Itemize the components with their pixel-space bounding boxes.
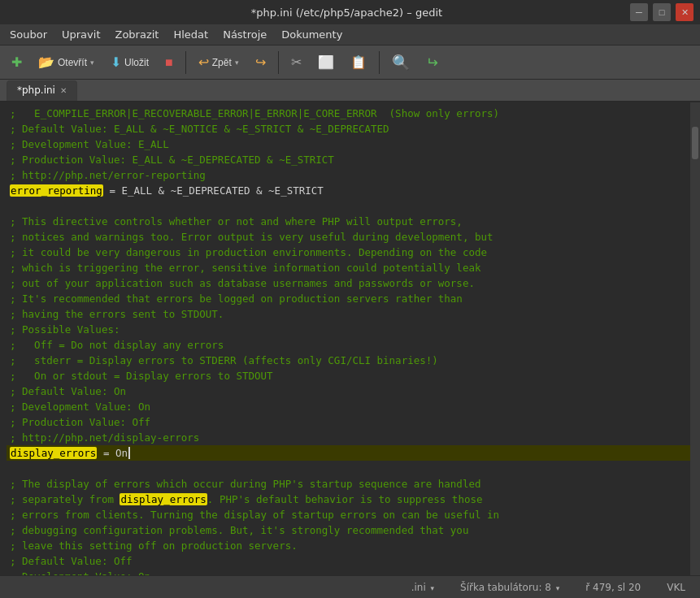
scrollbar[interactable] [690, 102, 700, 575]
line-25: ; The display of errors which occur duri… [7, 476, 690, 492]
line-11: ; which is triggering the error, sensiti… [7, 260, 690, 275]
separator-2 [278, 51, 279, 74]
undo-icon: ↩ [198, 54, 209, 70]
tab-close-icon[interactable]: ✕ [60, 86, 67, 95]
window-title: *php.ini (/etc/php5/apache2) – gedit [63, 6, 630, 19]
menu-view[interactable]: Zobrazit [108, 27, 165, 42]
cut-button[interactable]: ✂ [285, 50, 308, 76]
line-13: ; It's recommended that errors be logged… [7, 291, 690, 306]
open-icon: 📂 [38, 54, 54, 70]
close-doc-icon: ■ [165, 55, 173, 70]
tab-width-indicator[interactable]: Šířka tabulátoru: 8 ▾ [455, 582, 564, 593]
input-mode: VKL [662, 582, 690, 593]
line-1: ; E_COMPILE_ERROR|E_RECOVERABLE_ERROR|E_… [7, 106, 690, 121]
maximize-button[interactable]: □ [653, 3, 671, 21]
replace-icon: ↵ [426, 54, 438, 72]
open-button[interactable]: 📂 Otevřít ▾ [32, 50, 101, 76]
find-icon: 🔍 [392, 54, 410, 72]
menu-search[interactable]: Hledat [167, 27, 215, 42]
save-label: Uložit [124, 57, 149, 68]
redo-button[interactable]: ↪ [249, 50, 272, 76]
line-12: ; out of your application such as databa… [7, 275, 690, 291]
line-8: ; This directive controls whether or not… [7, 214, 690, 229]
line-5: ; http://php.net/error-reporting [7, 167, 690, 183]
filetype-dropdown-icon[interactable]: ▾ [431, 584, 435, 592]
menu-documents[interactable]: Dokumenty [275, 27, 349, 42]
line-24 [7, 461, 690, 476]
copy-button[interactable]: ⬜ [311, 50, 341, 76]
line-30: ; Default Value: Off [7, 553, 690, 569]
titlebar: *php.ini (/etc/php5/apache2) – gedit ─ □… [0, 0, 700, 24]
line-18: ; On or stdout = Display errors to STDOU… [7, 368, 690, 384]
line-17: ; stderr = Display errors to STDERR (aff… [7, 353, 690, 368]
window-controls: ─ □ ✕ [630, 3, 693, 21]
open-dropdown-icon[interactable]: ▾ [90, 58, 94, 67]
line-14: ; having the errors sent to STDOUT. [7, 306, 690, 322]
line-2: ; Default Value: E_ALL & ~E_NOTICE & ~E_… [7, 121, 690, 136]
line-31: ; Development Value: On [7, 569, 690, 575]
line-16: ; Off = Do not display any errors [7, 337, 690, 353]
tabbar: *php.ini ✕ [0, 80, 700, 102]
line-22: ; http://php.net/display-errors [7, 430, 690, 445]
replace-button[interactable]: ↵ [420, 50, 445, 76]
line-26: ; separately from display_errors. PHP's … [7, 492, 690, 507]
copy-icon: ⬜ [318, 54, 334, 70]
line-21: ; Production Value: Off [7, 414, 690, 430]
close-doc-button[interactable]: ■ [159, 50, 180, 76]
cut-icon: ✂ [291, 54, 302, 70]
toolbar: ✚ 📂 Otevřít ▾ ⬇ Uložit ■ ↩ Zpět ▾ ↪ ✂ ⬜ … [0, 46, 700, 80]
minimize-button[interactable]: ─ [630, 3, 648, 21]
new-button[interactable]: ✚ [5, 50, 28, 76]
separator-3 [379, 51, 380, 74]
line-6: error_reporting = E_ALL & ~E_DEPRECATED … [7, 183, 690, 198]
line-4: ; Production Value: E_ALL & ~E_DEPRECATE… [7, 152, 690, 167]
line-29: ; leave this setting off on production s… [7, 538, 690, 553]
paste-icon: 📋 [350, 54, 367, 70]
menu-edit[interactable]: Upravit [55, 27, 107, 42]
open-label: Otevřít [58, 57, 87, 68]
line-23: display_errors = On [7, 445, 690, 461]
menu-file[interactable]: Soubor [3, 27, 54, 42]
cursor-position: ř 479, sl 20 [580, 582, 646, 593]
kw-display-errors: display_errors [10, 447, 97, 459]
paste-button[interactable]: 📋 [344, 50, 373, 76]
tab-width-label: Šířka tabulátoru: 8 [460, 582, 551, 593]
kw-display-errors-inline: display_errors [120, 493, 207, 505]
filetype-indicator[interactable]: .ini ▾ [407, 582, 439, 593]
tab-width-dropdown-icon[interactable]: ▾ [556, 584, 560, 592]
redo-icon: ↪ [255, 54, 266, 70]
save-icon: ⬇ [111, 54, 121, 70]
close-button[interactable]: ✕ [676, 3, 693, 21]
filetype-label: .ini [411, 582, 426, 593]
find-button[interactable]: 🔍 [385, 50, 416, 76]
editor-content[interactable]: ; E_COMPILE_ERROR|E_RECOVERABLE_ERROR|E_… [0, 102, 690, 575]
undo-label: Zpět [212, 57, 232, 68]
save-button[interactable]: ⬇ Uložit [104, 50, 155, 76]
menubar: Soubor Upravit Zobrazit Hledat Nástroje … [0, 24, 700, 46]
line-3: ; Development Value: E_ALL [7, 136, 690, 152]
line-15: ; Possible Values: [7, 322, 690, 337]
new-icon: ✚ [11, 54, 22, 70]
code-area: ; E_COMPILE_ERROR|E_RECOVERABLE_ERROR|E_… [0, 102, 690, 575]
line-9: ; notices and warnings too. Error output… [7, 229, 690, 245]
tab-label: *php.ini [17, 84, 55, 96]
line-20: ; Development Value: On [7, 399, 690, 414]
editor-container: ; E_COMPILE_ERROR|E_RECOVERABLE_ERROR|E_… [0, 102, 700, 575]
separator-1 [185, 51, 186, 74]
line-19: ; Default Value: On [7, 384, 690, 399]
statusbar: .ini ▾ Šířka tabulátoru: 8 ▾ ř 479, sl 2… [0, 575, 700, 598]
tab-phpini[interactable]: *php.ini ✕ [7, 80, 77, 101]
line-27: ; errors from clients. Turning the displ… [7, 507, 690, 522]
kw-error-reporting: error_reporting [10, 184, 103, 197]
menu-tools[interactable]: Nástroje [216, 27, 273, 42]
undo-dropdown-icon[interactable]: ▾ [235, 58, 239, 67]
undo-button[interactable]: ↩ Zpět ▾ [192, 50, 246, 76]
line-7 [7, 198, 690, 214]
line-28: ; debugging configuration problems. But,… [7, 522, 690, 538]
line-10: ; it could be very dangerous in producti… [7, 245, 690, 260]
